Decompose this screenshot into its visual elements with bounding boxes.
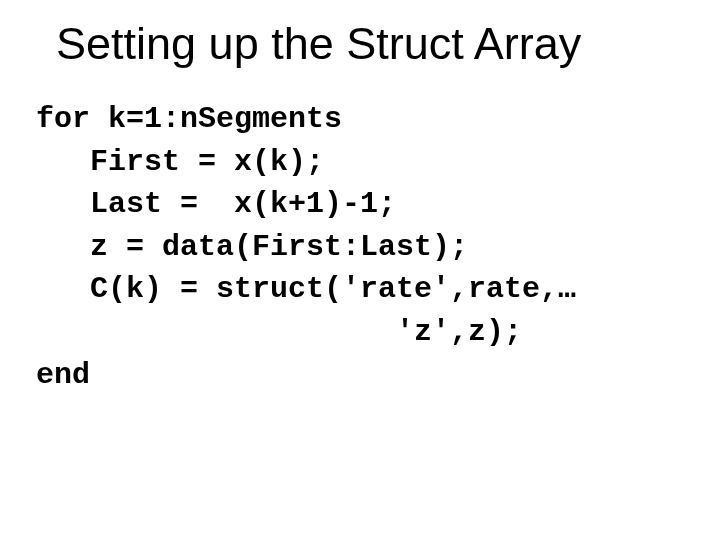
code-line: 'z',z); bbox=[36, 315, 522, 349]
code-block: for k=1:nSegments First = x(k); Last = x… bbox=[28, 98, 692, 396]
code-line: end bbox=[36, 358, 90, 392]
slide: Setting up the Struct Array for k=1:nSeg… bbox=[0, 0, 720, 540]
code-line: C(k) = struct('rate',rate,… bbox=[36, 272, 576, 306]
code-line: Last = x(k+1)-1; bbox=[36, 187, 396, 221]
code-line: z = data(First:Last); bbox=[36, 230, 468, 264]
slide-title: Setting up the Struct Array bbox=[28, 18, 692, 70]
code-line: for k=1:nSegments bbox=[36, 102, 342, 136]
code-line: First = x(k); bbox=[36, 145, 324, 179]
